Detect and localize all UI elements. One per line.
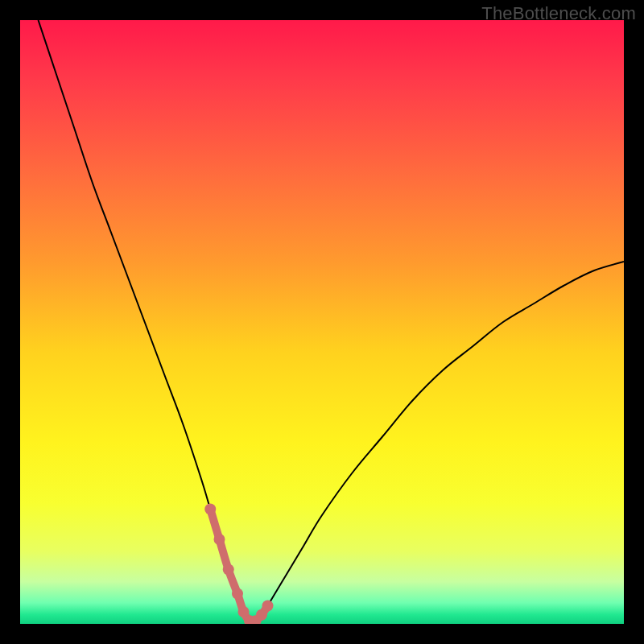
highlight-dot — [232, 588, 243, 600]
watermark-text: TheBottleneck.com — [481, 3, 636, 24]
highlight-dot — [223, 564, 234, 576]
chart-frame — [20, 20, 624, 624]
chart-overlay — [20, 20, 624, 624]
bottleneck-curve — [39, 20, 625, 622]
highlight-segment — [210, 510, 267, 622]
highlight-dot — [214, 534, 225, 545]
highlight-dot — [262, 601, 274, 612]
highlight-dot — [204, 504, 216, 515]
